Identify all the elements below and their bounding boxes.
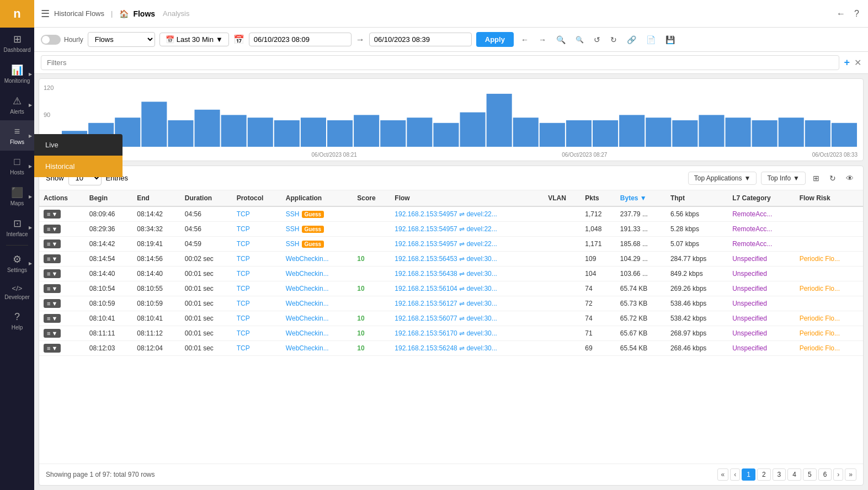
protocol-value[interactable]: TCP <box>237 270 250 278</box>
action-menu-button[interactable]: ≡ ▼ <box>44 225 61 233</box>
flows-select[interactable]: Flows Conversations <box>88 32 155 47</box>
col-end[interactable]: End <box>132 190 180 206</box>
sidebar-item-monitoring[interactable]: 📊 Monitoring ▶ <box>0 58 34 89</box>
sidebar-item-help[interactable]: ? Help <box>0 306 34 336</box>
protocol-value[interactable]: TCP <box>237 255 250 263</box>
app-name[interactable]: WebCheckin... <box>286 255 329 263</box>
filter-add-button[interactable]: + <box>844 57 850 68</box>
action-menu-button[interactable]: ≡ ▼ <box>44 239 61 248</box>
flow-link[interactable]: 192.168.2.153:56248 ⇌ devel:30... <box>395 344 497 352</box>
protocol-value[interactable]: TCP <box>237 225 250 233</box>
flow-link[interactable]: 192.168.2.153:56438 ⇌ devel:30... <box>395 270 497 278</box>
col-begin[interactable]: Begin <box>85 190 133 206</box>
column-toggle-button[interactable]: ⊞ <box>810 172 822 184</box>
sidebar-item-maps[interactable]: ⬛ Maps ▶ <box>0 181 34 212</box>
page-last-button[interactable]: » <box>845 468 856 481</box>
action-menu-button[interactable]: ≡ ▼ <box>44 344 61 353</box>
l7cat-value[interactable]: RemoteAcc... <box>732 210 772 218</box>
col-pkts[interactable]: Pkts <box>581 190 615 206</box>
protocol-value[interactable]: TCP <box>237 300 250 307</box>
col-protocol[interactable]: Protocol <box>232 190 281 206</box>
l7cat-value[interactable]: Unspecified <box>732 270 767 278</box>
sidebar-item-settings[interactable]: ⚙ Settings ▶ <box>0 248 34 279</box>
action-menu-button[interactable]: ≡ ▼ <box>44 329 61 338</box>
protocol-value[interactable]: TCP <box>237 329 250 337</box>
protocol-value[interactable]: TCP <box>237 344 250 352</box>
page-3-button[interactable]: 3 <box>773 468 786 481</box>
app-name[interactable]: WebCheckin... <box>286 315 329 322</box>
page-6-button[interactable]: 6 <box>818 468 832 481</box>
zoom-out-button[interactable]: 🔍 <box>573 34 587 45</box>
reset-button[interactable]: ↺ <box>591 34 603 46</box>
top-info-button[interactable]: Top Info ▼ <box>761 172 806 185</box>
l7cat-value[interactable]: Unspecified <box>732 285 767 292</box>
app-logo[interactable]: n <box>0 0 34 28</box>
col-duration[interactable]: Duration <box>180 190 232 206</box>
app-name[interactable]: WebCheckin... <box>286 300 329 307</box>
back-button[interactable]: ← <box>834 7 848 21</box>
flow-link[interactable]: 192.168.2.153:56104 ⇌ devel:30... <box>395 285 497 292</box>
filter-input[interactable] <box>41 55 839 70</box>
breadcrumb-analysis[interactable]: Analysis <box>163 9 189 18</box>
filter-close-button[interactable]: ✕ <box>854 57 861 68</box>
sidebar-item-alerts[interactable]: ⚠ Alerts ▶ <box>0 89 34 120</box>
submenu-historical[interactable]: Historical <box>34 156 123 177</box>
flow-link[interactable]: 192.168.2.153:54957 ⇌ devel:22... <box>395 240 497 248</box>
breadcrumb-historical[interactable]: Historical Flows <box>54 9 104 18</box>
protocol-value[interactable]: TCP <box>237 315 250 322</box>
nav-right-button[interactable]: → <box>536 34 549 46</box>
link-button[interactable]: 🔗 <box>624 34 639 46</box>
date-to-input[interactable] <box>369 33 472 46</box>
app-name[interactable]: WebCheckin... <box>286 270 329 278</box>
app-name[interactable]: WebCheckin... <box>286 329 329 337</box>
menu-icon[interactable]: ☰ <box>41 8 50 20</box>
page-prev-button[interactable]: ‹ <box>730 468 740 481</box>
l7cat-value[interactable]: Unspecified <box>732 329 767 337</box>
table-refresh-button[interactable]: ↻ <box>827 172 839 184</box>
apply-button[interactable]: Apply <box>476 32 514 47</box>
page-first-button[interactable]: « <box>717 468 729 481</box>
flow-link[interactable]: 192.168.2.153:56170 ⇌ devel:30... <box>395 329 497 337</box>
app-name[interactable]: SSH <box>286 210 300 218</box>
page-next-button[interactable]: › <box>833 468 843 481</box>
page-5-button[interactable]: 5 <box>803 468 817 481</box>
flow-link[interactable]: 192.168.2.153:56453 ⇌ devel:30... <box>395 255 497 263</box>
app-name[interactable]: WebCheckin... <box>286 344 329 352</box>
app-name[interactable]: SSH <box>286 240 300 248</box>
page-2-button[interactable]: 2 <box>757 468 771 481</box>
col-vlan[interactable]: VLAN <box>544 190 581 206</box>
time-range-button[interactable]: 📅 Last 30 Min ▼ <box>159 33 229 46</box>
hourly-toggle[interactable] <box>41 35 61 45</box>
l7cat-value[interactable]: Unspecified <box>732 255 767 263</box>
col-flowrisk[interactable]: Flow Risk <box>795 190 863 206</box>
zoom-in-button[interactable]: 🔍 <box>553 34 568 46</box>
sidebar-item-dashboard[interactable]: ⊞ Dashboard <box>0 28 34 58</box>
col-score[interactable]: Score <box>353 190 390 206</box>
page-1-button[interactable]: 1 <box>742 468 755 481</box>
l7cat-value[interactable]: Unspecified <box>732 300 767 307</box>
flow-link[interactable]: 192.168.2.153:54957 ⇌ devel:22... <box>395 225 497 233</box>
protocol-value[interactable]: TCP <box>237 210 250 218</box>
protocol-value[interactable]: TCP <box>237 240 250 248</box>
save-button[interactable]: 💾 <box>663 34 678 46</box>
refresh-button[interactable]: ↻ <box>608 34 620 46</box>
eye-button[interactable]: 👁 <box>843 172 856 184</box>
flow-link[interactable]: 192.168.2.153:56077 ⇌ devel:30... <box>395 315 497 322</box>
sidebar-item-developer[interactable]: </> Developer <box>0 279 34 306</box>
l7cat-value[interactable]: Unspecified <box>732 344 767 352</box>
l7cat-value[interactable]: Unspecified <box>732 315 767 322</box>
app-name[interactable]: SSH <box>286 225 300 233</box>
col-thpt[interactable]: Thpt <box>666 190 728 206</box>
l7cat-value[interactable]: RemoteAcc... <box>732 240 772 248</box>
col-bytes[interactable]: Bytes ▼ <box>616 190 666 206</box>
action-menu-button[interactable]: ≡ ▼ <box>44 299 61 308</box>
help-button[interactable]: ? <box>852 7 861 21</box>
l7cat-value[interactable]: RemoteAcc... <box>732 225 772 233</box>
action-menu-button[interactable]: ≡ ▼ <box>44 284 61 293</box>
date-from-input[interactable] <box>249 33 352 46</box>
action-menu-button[interactable]: ≡ ▼ <box>44 269 61 278</box>
sidebar-item-interface[interactable]: ⊡ Interface ▶ <box>0 212 34 243</box>
nav-left-button[interactable]: ← <box>518 34 531 46</box>
col-flow[interactable]: Flow <box>390 190 544 206</box>
action-menu-button[interactable]: ≡ ▼ <box>44 254 61 263</box>
